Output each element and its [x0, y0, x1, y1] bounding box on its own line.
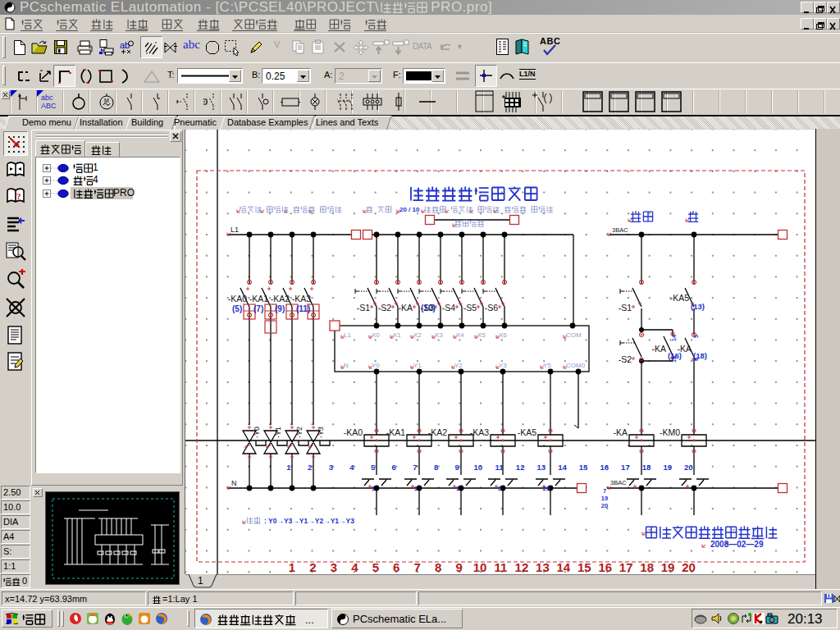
- svg-text:N: N: [344, 362, 349, 369]
- svg-text:20 / 10: 20 / 10: [399, 206, 420, 213]
- svg-text:10: 10: [474, 463, 483, 472]
- svg-text:(13): (13): [691, 302, 705, 311]
- svg-text:4: 4: [349, 463, 354, 472]
- svg-text:-KA3: -KA3: [470, 427, 490, 437]
- svg-text:(5): (5): [232, 304, 242, 313]
- svg-text:-S1: -S1: [619, 303, 632, 313]
- svg-text:: Y0→Y3→Y1→Y2→Y1→Y3: : Y0→Y3→Y1→Y2→Y1→Y3: [264, 517, 354, 525]
- svg-text:11: 11: [495, 463, 504, 472]
- svg-text:16: 16: [598, 560, 612, 574]
- svg-text:12: 12: [515, 560, 529, 574]
- svg-text:7: 7: [603, 487, 606, 495]
- svg-text:-Y2: -Y2: [295, 427, 304, 438]
- svg-text:M: M: [104, 98, 109, 103]
- svg-text:Y2: Y2: [454, 362, 463, 369]
- svg-text:Y3: Y3: [499, 362, 507, 369]
- svg-text:-KA: -KA: [677, 344, 692, 354]
- svg-text:3BAC: 3BAC: [610, 479, 627, 486]
- svg-text:-Y1: -Y1: [274, 427, 282, 438]
- svg-text:19: 19: [601, 495, 608, 502]
- svg-text:14: 14: [671, 335, 677, 341]
- svg-text:17: 17: [619, 560, 633, 574]
- svg-text:Y0: Y0: [372, 362, 380, 369]
- svg-text:14: 14: [558, 463, 567, 472]
- svg-text:18: 18: [642, 463, 651, 472]
- svg-text:1: 1: [372, 485, 376, 492]
- svg-text:1: 1: [456, 485, 460, 492]
- svg-text:14: 14: [557, 560, 571, 574]
- svg-text:X1: X1: [393, 331, 401, 339]
- svg-text:5: 5: [693, 335, 699, 338]
- svg-text:12: 12: [516, 463, 525, 472]
- svg-text:(11): (11): [296, 304, 310, 313]
- svg-text:3: 3: [329, 463, 333, 472]
- svg-text:-Y0: -Y0: [253, 427, 261, 438]
- svg-text:ab: ab: [120, 40, 130, 50]
- svg-text:6: 6: [392, 463, 396, 472]
- svg-text:-S2: -S2: [378, 303, 392, 313]
- svg-text:X2: X2: [413, 331, 422, 339]
- svg-text:5: 5: [372, 560, 379, 574]
- svg-text:8: 8: [435, 560, 441, 574]
- svg-text:20: 20: [682, 560, 696, 574]
- svg-text:Y5: Y5: [543, 362, 551, 369]
- svg-text:-S1: -S1: [357, 303, 371, 313]
- svg-text:1: 1: [286, 463, 291, 472]
- svg-text:4: 4: [351, 560, 358, 574]
- svg-text:15: 15: [578, 560, 591, 574]
- svg-text:2: 2: [309, 560, 316, 574]
- svg-text:L1: L1: [344, 331, 351, 339]
- svg-text:5: 5: [371, 463, 376, 472]
- svg-text:abc: abc: [41, 94, 53, 102]
- svg-text:-S5: -S5: [463, 303, 477, 313]
- svg-text:COM: COM: [566, 331, 582, 339]
- svg-text:20: 20: [601, 502, 608, 509]
- svg-text:-KA5: -KA5: [670, 293, 690, 303]
- svg-text:3BAC: 3BAC: [612, 226, 628, 234]
- svg-text:8: 8: [693, 358, 699, 361]
- svg-text:Y1: Y1: [413, 362, 422, 369]
- svg-text:X5: X5: [477, 331, 486, 339]
- svg-text:3: 3: [498, 485, 502, 492]
- svg-text:10: 10: [473, 560, 487, 574]
- svg-text:-S4: -S4: [442, 303, 456, 313]
- svg-text:-S6: -S6: [485, 303, 499, 313]
- svg-text:-KA0: -KA0: [344, 427, 363, 437]
- svg-text:19: 19: [663, 463, 672, 472]
- svg-text:1: 1: [414, 485, 418, 492]
- svg-text:11: 11: [495, 560, 508, 574]
- svg-text:L1: L1: [231, 226, 239, 234]
- svg-text:-KA: -KA: [398, 303, 413, 313]
- svg-text:X4: X4: [456, 331, 464, 339]
- svg-text:13: 13: [537, 463, 546, 472]
- svg-text:?: ?: [16, 191, 21, 201]
- svg-text:N: N: [231, 479, 237, 487]
- svg-text:8: 8: [434, 463, 438, 472]
- svg-text:7: 7: [413, 463, 417, 472]
- svg-text:COM0: COM0: [566, 362, 586, 369]
- svg-text:-KA1: -KA1: [386, 427, 406, 437]
- svg-text:(9): (9): [275, 304, 285, 313]
- svg-text:-KA: -KA: [613, 427, 628, 437]
- svg-text:-KA: -KA: [651, 344, 666, 354]
- svg-text:X6: X6: [499, 331, 507, 339]
- svg-text:-Y3: -Y3: [317, 427, 325, 438]
- svg-text:17: 17: [621, 463, 630, 472]
- svg-text:-S2: -S2: [619, 354, 632, 364]
- svg-text:-S3: -S3: [421, 303, 435, 313]
- svg-text:-KA1: -KA1: [249, 294, 269, 304]
- svg-text:13: 13: [671, 356, 677, 363]
- svg-text:X3: X3: [435, 331, 443, 339]
- svg-text:13: 13: [536, 560, 550, 574]
- svg-text:ABC: ABC: [41, 102, 57, 110]
- svg-text:X0: X0: [372, 331, 380, 339]
- svg-text:-KM0: -KM0: [660, 427, 680, 437]
- svg-text:3: 3: [331, 560, 337, 574]
- svg-text:16: 16: [600, 463, 609, 472]
- svg-text:7: 7: [414, 560, 421, 574]
- svg-text:20: 20: [543, 485, 550, 492]
- svg-text:(7): (7): [253, 304, 263, 313]
- svg-text:-KA5: -KA5: [518, 427, 537, 437]
- svg-text:2008—02—29: 2008—02—29: [710, 540, 764, 549]
- svg-text:20: 20: [684, 463, 693, 472]
